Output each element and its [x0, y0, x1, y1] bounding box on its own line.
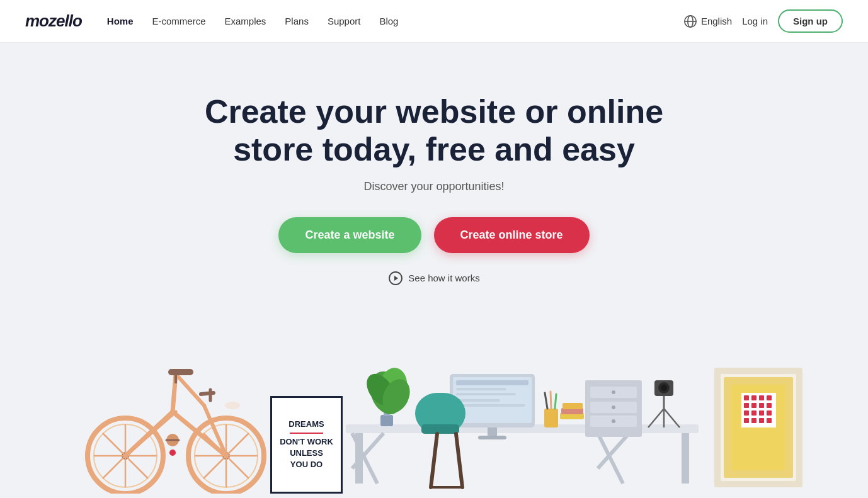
svg-rect-96 — [759, 410, 764, 416]
poster-divider — [290, 433, 323, 434]
hero-illustration: DREAMS DON'T WORK UNLESS YOU DO — [0, 317, 868, 498]
svg-rect-100 — [759, 418, 764, 423]
svg-rect-90 — [744, 403, 749, 408]
svg-rect-35 — [682, 433, 689, 484]
desk-scene — [346, 368, 699, 494]
svg-rect-88 — [759, 395, 764, 400]
nav-blog[interactable]: Blog — [379, 16, 398, 26]
svg-rect-56 — [544, 409, 558, 427]
hero-section: Create your website or online store toda… — [0, 43, 868, 498]
language-label: English — [701, 16, 732, 26]
hero-subtitle: Discover your opportunities! — [363, 180, 504, 193]
language-selector[interactable]: English — [683, 14, 732, 28]
poster-line3: UNLESS — [290, 448, 323, 459]
create-website-button[interactable]: Create a website — [278, 217, 421, 253]
svg-point-55 — [612, 419, 615, 423]
poster-frame: DREAMS DON'T WORK UNLESS YOU DO — [270, 396, 343, 494]
svg-rect-87 — [751, 395, 757, 400]
svg-point-53 — [612, 405, 615, 409]
svg-rect-86 — [744, 395, 749, 400]
svg-rect-101 — [767, 418, 772, 423]
create-store-button[interactable]: Create online store — [434, 217, 590, 253]
svg-rect-47 — [488, 427, 497, 437]
hero-title: Create your website or online store toda… — [182, 93, 686, 169]
nav-home[interactable]: Home — [107, 16, 134, 26]
svg-rect-93 — [767, 403, 772, 408]
svg-rect-94 — [744, 410, 749, 416]
svg-line-24 — [176, 374, 204, 405]
play-icon — [388, 271, 403, 286]
svg-line-38 — [598, 433, 623, 484]
cta-buttons: Create a website Create online store — [278, 217, 589, 253]
svg-rect-44 — [456, 393, 516, 395]
poster-line4: YOU DO — [290, 459, 323, 470]
logo[interactable]: mozello — [25, 11, 82, 31]
svg-rect-92 — [759, 403, 764, 408]
svg-line-57 — [545, 393, 547, 409]
login-button[interactable]: Log in — [742, 16, 768, 26]
svg-rect-27 — [168, 369, 193, 375]
svg-line-65 — [431, 434, 437, 487]
svg-rect-98 — [744, 418, 749, 423]
svg-rect-95 — [751, 410, 757, 416]
svg-marker-4 — [394, 276, 398, 281]
svg-point-31 — [169, 450, 176, 456]
svg-rect-48 — [478, 436, 506, 439]
svg-rect-43 — [456, 388, 506, 390]
svg-line-66 — [456, 434, 462, 487]
main-header: mozello Home E-commerce Examples Plans S… — [0, 0, 868, 43]
svg-point-51 — [612, 390, 615, 394]
bike-illustration — [75, 342, 277, 494]
svg-rect-64 — [421, 424, 459, 434]
nav-examples[interactable]: Examples — [225, 16, 266, 26]
see-how-link[interactable]: See how it works — [388, 271, 479, 286]
svg-rect-62 — [562, 403, 583, 409]
svg-rect-68 — [380, 415, 393, 426]
poster-line2: DON'T WORK — [280, 436, 333, 448]
svg-line-58 — [551, 392, 551, 409]
svg-rect-97 — [767, 410, 772, 416]
poster-line1: DREAMS — [288, 419, 324, 430]
globe-icon — [683, 14, 697, 28]
see-how-label: See how it works — [408, 273, 479, 283]
svg-rect-99 — [751, 418, 757, 423]
svg-point-32 — [225, 402, 240, 409]
nav-plans[interactable]: Plans — [285, 16, 309, 26]
nav-support[interactable]: Support — [328, 16, 361, 26]
scene: DREAMS DON'T WORK UNLESS YOU DO — [56, 317, 812, 498]
svg-rect-42 — [456, 380, 528, 385]
header-actions: English Log in Sign up — [683, 9, 843, 33]
nav-ecommerce[interactable]: E-commerce — [152, 16, 205, 26]
svg-rect-45 — [456, 399, 500, 402]
art-frames — [711, 368, 806, 494]
svg-rect-91 — [751, 403, 757, 408]
main-nav: Home E-commerce Examples Plans Support B… — [107, 16, 683, 26]
svg-point-76 — [661, 385, 667, 391]
svg-rect-89 — [767, 395, 772, 400]
svg-line-59 — [555, 394, 556, 409]
signup-button[interactable]: Sign up — [778, 9, 843, 33]
svg-rect-46 — [456, 404, 525, 407]
